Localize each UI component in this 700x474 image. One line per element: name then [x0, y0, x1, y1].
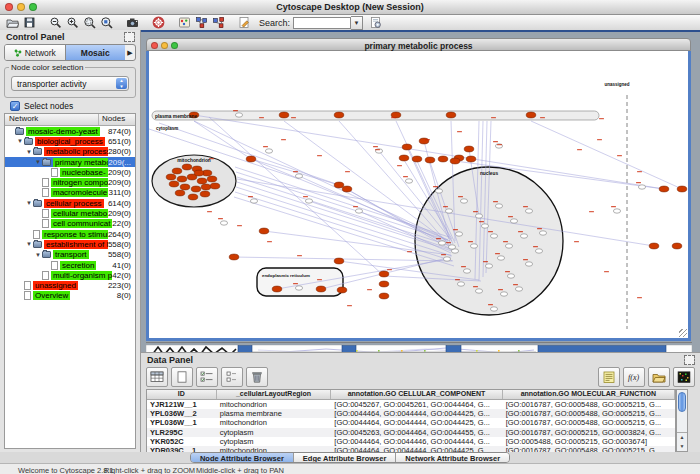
network-node[interactable] [194, 170, 204, 176]
resize-grip[interactable] [679, 329, 687, 337]
data-panel-float-icon[interactable] [684, 355, 695, 365]
create-attribute-button[interactable] [171, 367, 193, 387]
table-cell[interactable]: [GO:0005488, GO:0005215, GO:0003674] [503, 437, 675, 446]
table-cell[interactable]: [GO:0016787, GO:0005488, GO:0005215, G..… [503, 418, 675, 427]
tree-row-cellular-process[interactable]: ▼cellular process614(0) [5, 198, 135, 208]
table-row-YJR121W__1[interactable]: YJR121W__1mitochondrion[GO:0045267, GO:0… [147, 400, 675, 409]
formula-button[interactable]: f(x) [623, 367, 645, 387]
table-row-YKR052C[interactable]: YKR052Ccytoplasm[GO:0044464, GO:0044446,… [147, 437, 675, 446]
help-button[interactable] [150, 15, 167, 30]
network-node[interactable] [402, 144, 412, 150]
float-panel-icon[interactable] [124, 32, 135, 42]
network-node[interactable] [481, 224, 488, 228]
network-node[interactable] [169, 181, 179, 187]
tree-row-multi-organism-pro[interactable]: multi-organism pro42(0) [5, 270, 135, 280]
tree-expand-arrow-icon[interactable]: ▼ [25, 241, 33, 247]
table-cell[interactable]: YPL036W__1 [147, 418, 217, 427]
network-node[interactable] [180, 184, 190, 190]
network-node[interactable] [505, 244, 512, 248]
network-canvas[interactable]: plasma membranecytoplasmmitochondrionnuc… [149, 51, 688, 338]
table-cell[interactable]: YKR052C [147, 437, 217, 446]
import-table-button[interactable] [210, 15, 227, 30]
network-node[interactable] [295, 286, 302, 290]
tree-expand-arrow-icon[interactable]: ▼ [16, 138, 24, 144]
tree-row-metabolic-process[interactable]: ▼metabolic process280(0) [5, 147, 135, 157]
tree-row-primary-metabo[interactable]: ▼primary metabo209(... [5, 157, 135, 167]
network-node[interactable] [316, 286, 326, 292]
column-header-1[interactable]: _cellularLayoutRegion [217, 390, 332, 399]
network-node[interactable] [207, 176, 217, 182]
tree-row-unassigned[interactable]: unassigned223(0) [5, 280, 135, 290]
table-cell[interactable]: plasma membrane [217, 409, 332, 418]
network-node[interactable] [485, 264, 492, 268]
tab-mosaic[interactable]: Mosaic [65, 45, 126, 60]
network-node[interactable] [500, 292, 507, 296]
network-node[interactable] [520, 234, 527, 238]
table-cell[interactable]: cytoplasm [217, 428, 332, 437]
network-node[interactable] [191, 186, 201, 192]
select-nodes-checkbox[interactable]: ✓ [10, 101, 20, 111]
column-header-3[interactable]: annotation.GO MOLECULAR_FUNCTION [503, 390, 675, 399]
network-node[interactable] [438, 241, 445, 245]
column-header-0[interactable]: ID [147, 390, 217, 399]
matrix-button[interactable] [673, 367, 695, 387]
tree-header-nodes[interactable]: Nodes [99, 114, 135, 125]
network-node[interactable] [182, 164, 192, 170]
network-node[interactable] [250, 199, 257, 203]
search-dropdown-arrow-icon[interactable]: ▼ [351, 16, 363, 30]
network-node[interactable] [526, 112, 536, 118]
network-node[interactable] [677, 186, 687, 192]
network-node[interactable] [672, 243, 682, 249]
table-cell[interactable]: mitochondrion [217, 418, 332, 427]
network-node[interactable] [210, 183, 220, 189]
search-config-button[interactable] [367, 15, 384, 30]
network-node[interactable] [399, 155, 409, 161]
snapshot-button[interactable] [124, 15, 141, 30]
tree-row-secretion[interactable]: secretion41(0) [5, 260, 135, 270]
network-node[interactable] [235, 113, 242, 117]
tree-row-mosaic-demo-yeast[interactable]: mosaic-demo-yeast874(0) [5, 126, 135, 136]
table-cell[interactable]: [GO:0016787, GO:0005215, GO:0003824, G..… [503, 428, 675, 437]
network-node[interactable] [497, 256, 504, 260]
network-node[interactable] [166, 174, 176, 180]
attribute-batch-button[interactable] [221, 367, 243, 387]
tree-row-overview[interactable]: Overview8(0) [5, 291, 135, 301]
network-node[interactable] [295, 174, 302, 178]
network-node[interactable] [279, 112, 289, 118]
network-node[interactable] [379, 293, 389, 299]
network-node[interactable] [475, 214, 482, 218]
network-node[interactable] [659, 186, 669, 192]
network-node[interactable] [342, 186, 352, 192]
tree-expand-arrow-icon[interactable]: ▼ [25, 200, 33, 206]
tree-row-biological-process[interactable]: ▼biological_process651(0) [5, 136, 135, 146]
tree-row-establishment-of-lo[interactable]: ▼establishment of lo558(0) [5, 239, 135, 249]
delete-attribute-button[interactable] [246, 367, 268, 387]
network-node[interactable] [334, 112, 344, 118]
network-node[interactable] [525, 209, 532, 213]
network-node[interactable] [613, 209, 620, 213]
network-node[interactable] [175, 190, 185, 196]
tree-row-response-to-stimulu[interactable]: response to stimulu264(0) [5, 229, 135, 239]
tree-row-cell-communicat[interactable]: cell communicat22(0) [5, 219, 135, 229]
import-network-button[interactable] [193, 15, 210, 30]
network-node[interactable] [443, 257, 450, 261]
network-node[interactable] [507, 274, 514, 278]
tree-expand-arrow-icon[interactable]: ▼ [25, 149, 33, 155]
search-input[interactable] [293, 17, 351, 29]
network-node[interactable] [405, 179, 412, 183]
network-node[interactable] [337, 287, 347, 293]
network-node[interactable] [495, 204, 502, 208]
network-node[interactable] [246, 156, 256, 162]
import-attributes-button[interactable] [648, 367, 670, 387]
table-cell[interactable]: [GO:0045263, GO:0044464, GO:0044455, G..… [331, 428, 502, 437]
network-node[interactable] [457, 282, 464, 286]
attribute-checklist-button[interactable] [196, 367, 218, 387]
table-cell[interactable]: cytoplasm [217, 437, 332, 446]
network-node[interactable] [450, 158, 460, 164]
table-cell[interactable]: YJR121W__1 [147, 400, 217, 409]
network-node[interactable] [535, 249, 542, 253]
network-node[interactable] [649, 243, 659, 249]
node-color-dropdown[interactable]: transporter activity ▲▼ [11, 76, 129, 91]
network-node[interactable] [490, 234, 497, 238]
network-node[interactable] [463, 269, 470, 273]
